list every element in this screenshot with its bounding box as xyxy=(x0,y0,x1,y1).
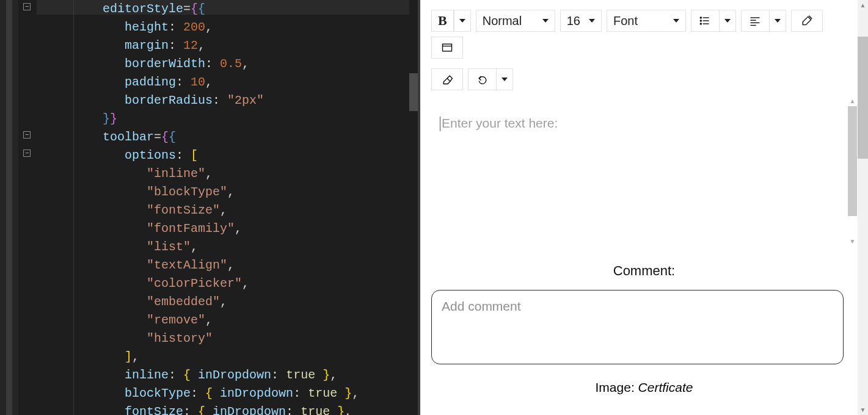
undo-icon[interactable] xyxy=(468,68,496,90)
fontsize-label: 16 xyxy=(567,14,580,28)
scroll-down-icon[interactable]: ▼ xyxy=(848,237,857,246)
colorpicker-button[interactable] xyxy=(791,10,823,32)
image-name: Certficate xyxy=(638,380,693,394)
svg-rect-10 xyxy=(443,44,452,51)
align-dropdown-caret[interactable] xyxy=(769,10,786,32)
eraser-button[interactable] xyxy=(431,68,463,90)
inline-style-dropdown[interactable]: B xyxy=(431,10,471,32)
image-section-label: Image: Certficate xyxy=(431,380,857,395)
fold-toggle[interactable]: − xyxy=(23,131,31,139)
history-dropdown[interactable] xyxy=(468,68,513,90)
fold-toggle[interactable]: − xyxy=(23,3,31,10)
list-icon[interactable] xyxy=(691,10,719,32)
preview-pane: B Normal 16 Font xyxy=(420,0,868,415)
list-dropdown[interactable] xyxy=(691,10,736,32)
scroll-up-icon[interactable]: ▲ xyxy=(858,0,868,10)
rte-editor-wrapper: Enter your text here: ▲ ▼ xyxy=(431,96,857,246)
chevron-down-icon xyxy=(589,19,595,23)
blocktype-dropdown[interactable]: Normal xyxy=(476,10,555,32)
fold-toggle[interactable]: − xyxy=(23,150,31,157)
fontfamily-dropdown[interactable]: Font xyxy=(607,10,686,32)
text-cursor xyxy=(440,117,440,131)
align-left-icon[interactable] xyxy=(741,10,769,32)
rte-toolbar: B Normal 16 Font xyxy=(431,10,857,90)
textalign-dropdown[interactable] xyxy=(741,10,786,32)
rte-scrollbar-thumb[interactable] xyxy=(848,106,857,216)
bold-button[interactable]: B xyxy=(431,10,454,32)
embedded-button[interactable] xyxy=(431,37,463,59)
comment-input[interactable] xyxy=(431,290,844,364)
inline-dropdown-caret[interactable] xyxy=(454,10,471,32)
history-dropdown-caret[interactable] xyxy=(496,68,513,90)
editor-gutter-markers xyxy=(0,0,18,415)
preview-scrollbar[interactable]: ▲ ▼ xyxy=(858,0,868,415)
editor-scrollbar-thumb[interactable] xyxy=(409,73,418,111)
chevron-down-icon xyxy=(542,19,549,23)
comment-section-label: Comment: xyxy=(431,263,857,279)
chevron-down-icon xyxy=(673,19,679,23)
fontfamily-label: Font xyxy=(613,14,638,28)
rte-scrollbar[interactable]: ▲ ▼ xyxy=(848,96,857,246)
svg-point-0 xyxy=(701,17,702,18)
editor-fold-gutter: − − − xyxy=(18,0,37,415)
scroll-down-icon[interactable]: ▼ xyxy=(858,405,868,415)
code-editor-pane: − − − editorStyle={{ height: 200, margin… xyxy=(0,0,418,415)
code-area[interactable]: editorStyle={{ height: 200, margin: 12, … xyxy=(37,0,418,415)
code-content[interactable]: editorStyle={{ height: 200, margin: 12, … xyxy=(37,0,418,415)
fontsize-dropdown[interactable]: 16 xyxy=(560,10,602,32)
list-dropdown-caret[interactable] xyxy=(719,10,736,32)
svg-point-2 xyxy=(701,20,702,21)
svg-point-4 xyxy=(701,23,702,24)
blocktype-label: Normal xyxy=(483,14,522,28)
image-label-prefix: Image: xyxy=(596,380,638,394)
preview-scrollbar-thumb[interactable] xyxy=(858,37,868,159)
rte-placeholder: Enter your text here: xyxy=(442,116,558,130)
editor-scrollbar-track[interactable] xyxy=(409,0,418,415)
scroll-up-icon[interactable]: ▲ xyxy=(848,96,857,106)
rte-editor[interactable]: Enter your text here: xyxy=(431,96,857,246)
